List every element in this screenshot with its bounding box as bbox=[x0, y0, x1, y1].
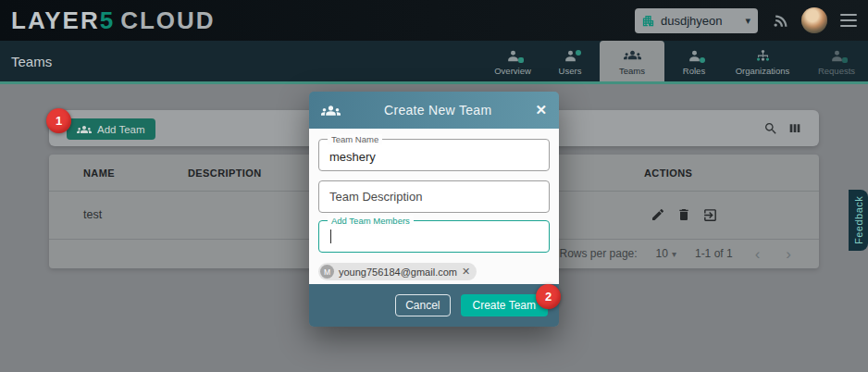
create-team-modal: Create New Team ✕ Team Name Add Team Mem… bbox=[309, 92, 559, 327]
rss-feed-icon[interactable] bbox=[773, 12, 790, 30]
tab-overview[interactable]: Overview bbox=[485, 41, 540, 81]
person-key-icon bbox=[687, 47, 702, 64]
add-team-members-input[interactable] bbox=[319, 221, 549, 252]
chip-avatar: M bbox=[320, 265, 334, 279]
search-icon[interactable] bbox=[763, 121, 778, 136]
close-icon[interactable]: ✕ bbox=[535, 102, 547, 118]
header-controls: dusdjhyeon ▾ bbox=[635, 0, 868, 41]
groups-icon bbox=[77, 122, 92, 137]
secondary-navbar: Teams Overview Users Teams bbox=[0, 41, 868, 81]
org-tree-icon bbox=[755, 47, 771, 64]
groups-icon bbox=[321, 101, 341, 120]
team-name-input[interactable] bbox=[319, 140, 549, 170]
modal-body: Team Name Add Team Members M young756184… bbox=[309, 129, 559, 284]
tab-label: Users bbox=[559, 66, 582, 76]
organization-selector[interactable]: dusdjhyeon ▾ bbox=[635, 8, 758, 33]
tab-organizations[interactable]: Organizations bbox=[724, 41, 801, 81]
modal-footer: Cancel Create Team bbox=[309, 284, 559, 327]
column-header-name: NAME bbox=[83, 155, 115, 191]
tab-requests[interactable]: Requests bbox=[807, 41, 866, 81]
app-screen: LAYER5CLOUD dusdjhyeon ▾ Teams bbox=[0, 0, 868, 372]
chevron-down-icon: ▾ bbox=[672, 249, 676, 259]
nav-tabs: Overview Users Teams Role bbox=[485, 41, 866, 81]
delete-icon[interactable] bbox=[676, 207, 691, 222]
add-team-button[interactable]: Add Team bbox=[67, 118, 155, 140]
tab-label: Requests bbox=[818, 66, 855, 76]
building-icon bbox=[641, 14, 655, 28]
accent-divider bbox=[0, 81, 868, 84]
view-columns-icon[interactable] bbox=[787, 121, 802, 136]
tab-users[interactable]: Users bbox=[546, 41, 594, 81]
team-description-input[interactable] bbox=[319, 181, 549, 212]
tab-teams[interactable]: Teams bbox=[600, 41, 664, 81]
chip-email: young756184@gmail.com bbox=[339, 267, 457, 278]
page-title: Teams bbox=[11, 41, 52, 81]
logo-accent-5: 5 bbox=[100, 6, 115, 34]
rows-per-page-label: Rows per page: bbox=[560, 247, 638, 260]
org-selector-value: dusdjhyeon bbox=[661, 14, 723, 28]
logo-cloud: CLOUD bbox=[120, 6, 215, 34]
tab-label: Overview bbox=[494, 66, 531, 76]
toolbar-icons bbox=[763, 110, 802, 146]
annotation-step-2: 2 bbox=[536, 284, 561, 309]
groups-icon bbox=[624, 47, 641, 64]
person-dot-icon bbox=[563, 47, 578, 64]
text-cursor bbox=[330, 229, 331, 243]
pagination-range: 1-1 of 1 bbox=[695, 247, 733, 260]
previous-page-button[interactable]: ‹ bbox=[751, 246, 764, 262]
modal-title: Create New Team bbox=[341, 103, 535, 118]
tab-label: Teams bbox=[619, 66, 645, 76]
add-team-label: Add Team bbox=[97, 124, 145, 135]
create-team-button[interactable]: Create Team bbox=[461, 294, 548, 316]
column-header-actions: ACTIONS bbox=[644, 155, 692, 191]
feedback-tab[interactable]: Feedback bbox=[849, 190, 868, 251]
user-avatar[interactable] bbox=[801, 7, 827, 33]
annotation-step-1: 1 bbox=[46, 108, 71, 133]
chevron-down-icon: ▾ bbox=[745, 15, 750, 27]
member-chip: M young756184@gmail.com ✕ bbox=[318, 263, 477, 280]
rows-per-page-value: 10 bbox=[656, 247, 668, 260]
row-actions bbox=[651, 191, 718, 239]
tab-label: Organizations bbox=[736, 66, 790, 76]
tab-roles[interactable]: Roles bbox=[670, 41, 718, 81]
rows-per-page-select[interactable]: 10 ▾ bbox=[656, 247, 676, 260]
add-team-members-field: Add Team Members bbox=[318, 220, 550, 253]
hamburger-menu-icon[interactable] bbox=[840, 14, 857, 27]
person-check-icon bbox=[829, 47, 845, 64]
layer5-cloud-logo: LAYER5CLOUD bbox=[11, 6, 216, 35]
modal-header: Create New Team ✕ bbox=[309, 92, 559, 129]
logo-layer: LAYER bbox=[11, 6, 100, 34]
edit-icon[interactable] bbox=[651, 207, 665, 222]
tab-label: Roles bbox=[683, 66, 705, 76]
next-page-button[interactable]: › bbox=[782, 246, 795, 262]
person-lock-icon bbox=[505, 47, 521, 64]
leave-team-icon[interactable] bbox=[702, 207, 718, 223]
team-name-cell: test bbox=[83, 191, 102, 239]
team-name-field: Team Name bbox=[318, 139, 550, 171]
team-description-field bbox=[318, 180, 550, 213]
chip-remove-icon[interactable]: ✕ bbox=[462, 266, 470, 278]
column-header-description: DESCRIPTION bbox=[188, 155, 262, 191]
top-header: LAYER5CLOUD dusdjhyeon ▾ bbox=[0, 0, 868, 41]
cancel-button[interactable]: Cancel bbox=[395, 294, 450, 316]
